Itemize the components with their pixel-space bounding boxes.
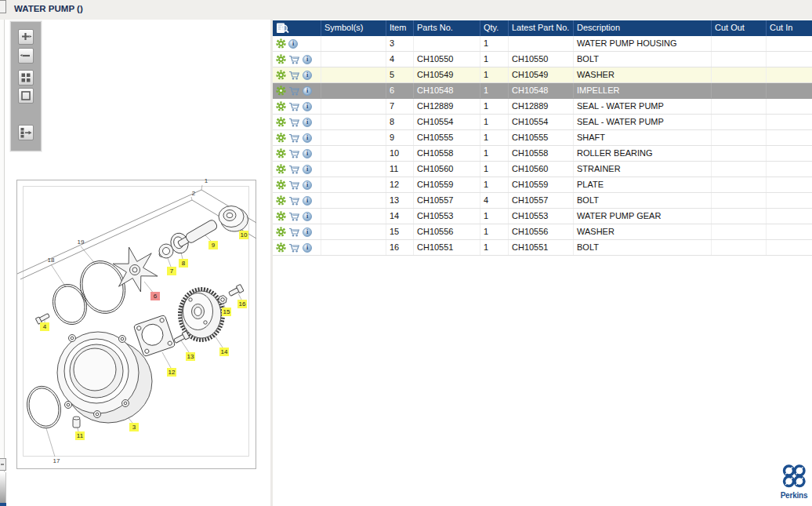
info-icon[interactable]: i <box>303 180 312 190</box>
gear-icon[interactable] <box>276 148 286 158</box>
diagram-label-9[interactable]: 9 <box>208 241 218 249</box>
cell-cut_out <box>712 99 767 114</box>
parts-row-5[interactable]: i5CH105491CH10549WASHER <box>273 67 812 83</box>
cart-icon[interactable] <box>288 196 300 206</box>
column-header-qty[interactable]: Qty. <box>480 20 509 36</box>
parts-row-13[interactable]: i13CH105574CH10557BOLT <box>273 193 812 209</box>
column-header-cut_in[interactable]: Cut In <box>767 20 812 36</box>
info-icon[interactable]: i <box>303 196 312 206</box>
diagram-label-7[interactable]: 7 <box>167 267 176 275</box>
parts-row-15[interactable]: i15CH105561CH10556WASHER <box>273 224 812 240</box>
cart-icon[interactable] <box>288 86 300 96</box>
tile-view-button[interactable] <box>18 70 34 86</box>
gear-icon[interactable] <box>276 195 286 206</box>
diagram-label-16[interactable]: 16 <box>237 300 247 308</box>
gear-icon[interactable] <box>276 70 286 80</box>
gear-icon[interactable] <box>276 180 286 190</box>
parts-row-14[interactable]: i14CH105531CH10553WATER PUMP GEAR <box>273 209 812 224</box>
gear-icon[interactable] <box>276 164 286 174</box>
gear-icon[interactable] <box>276 242 286 253</box>
cart-icon[interactable] <box>288 165 300 174</box>
column-header-latest_part_no[interactable]: Latest Part No. <box>509 20 574 36</box>
cell-parts_no: CH10548 <box>414 83 480 98</box>
info-icon[interactable]: i <box>303 71 312 80</box>
row-actions: i <box>273 193 321 208</box>
diagram-label-11[interactable]: 11 <box>75 431 85 440</box>
row-actions: i <box>273 36 321 51</box>
diagram-label-17: 17 <box>51 457 62 465</box>
cart-icon[interactable] <box>288 212 300 221</box>
diagram-label-10[interactable]: 10 <box>239 231 248 239</box>
info-icon[interactable]: i <box>303 212 312 221</box>
cart-icon[interactable] <box>288 133 300 143</box>
parts-row-8[interactable]: i8CH105541CH10554SEAL - WATER PUMP <box>273 115 812 130</box>
cell-cut_in <box>767 209 812 224</box>
diagram-label-15[interactable]: 15 <box>222 308 231 316</box>
column-header-item[interactable]: Item <box>386 20 414 36</box>
cell-qty: 1 <box>480 146 509 161</box>
gear-icon[interactable] <box>276 117 286 127</box>
cart-icon[interactable] <box>288 149 300 158</box>
info-icon[interactable]: i <box>288 39 298 49</box>
cart-icon[interactable] <box>288 55 300 64</box>
info-icon[interactable]: i <box>303 149 312 158</box>
parts-row-7[interactable]: i7CH128891CH12889SEAL - WATER PUMP <box>273 99 812 115</box>
diagram-label-6[interactable]: 6 <box>150 292 160 300</box>
cell-latest_part_no: CH10548 <box>509 83 574 98</box>
gear-icon[interactable] <box>276 54 286 64</box>
info-icon[interactable]: i <box>303 243 312 253</box>
toggle-panel-button[interactable] <box>18 125 34 140</box>
info-icon[interactable]: i <box>303 165 312 174</box>
zoom-out-button[interactable] <box>18 48 34 64</box>
cell-symbols <box>321 193 386 208</box>
cart-icon[interactable] <box>288 243 300 253</box>
parts-row-9[interactable]: i9CH105551CH10555SHAFT <box>273 130 812 146</box>
gear-icon[interactable] <box>276 211 286 221</box>
full-view-button[interactable] <box>18 88 34 104</box>
column-header-symbols[interactable]: Symbol(s) <box>321 20 386 36</box>
column-header-cut_out[interactable]: Cut Out <box>712 20 767 36</box>
parts-row-16[interactable]: i16CH105511CH10551BOLT <box>273 240 812 256</box>
diagram-label-4[interactable]: 4 <box>40 322 49 331</box>
cell-cut_out <box>712 209 767 224</box>
parts-row-3[interactable]: i31WATER PUMP HOUSING <box>273 36 812 52</box>
info-icon[interactable]: i <box>303 86 312 96</box>
diagram-label-3[interactable]: 3 <box>129 423 139 431</box>
square-icon <box>20 89 32 102</box>
zoom-in-button[interactable] <box>18 29 34 45</box>
parts-row-11[interactable]: i11CH105601CH10560STRAINER <box>273 162 812 177</box>
cell-latest_part_no: CH10559 <box>509 177 574 192</box>
info-icon[interactable]: i <box>303 118 312 127</box>
parts-row-6[interactable]: i6CH105481CH10548IMPELLER <box>273 83 812 99</box>
gear-icon[interactable] <box>276 133 286 143</box>
cart-icon[interactable] <box>288 71 300 80</box>
cell-symbols <box>321 115 386 129</box>
gear-icon[interactable] <box>276 101 286 111</box>
diagram-label-14[interactable]: 14 <box>219 348 229 356</box>
diagram-label-8[interactable]: 8 <box>179 259 188 268</box>
cell-cut_in <box>767 115 812 129</box>
cell-symbols <box>321 99 386 114</box>
cart-icon[interactable] <box>288 180 300 190</box>
cell-parts_no: CH10550 <box>414 52 480 67</box>
parts-row-12[interactable]: i12CH105591CH10559PLATE <box>273 177 812 193</box>
cart-icon[interactable] <box>288 228 300 237</box>
info-icon[interactable]: i <box>303 55 312 64</box>
parts-row-10[interactable]: i10CH105581CH10558ROLLER BEARING <box>273 146 812 162</box>
cart-icon[interactable] <box>288 118 300 127</box>
diagram-label-13[interactable]: 13 <box>186 352 195 361</box>
cart-icon[interactable] <box>288 102 300 111</box>
parts-row-4[interactable]: i4CH105501CH10550BOLT <box>273 52 812 67</box>
column-header-icons[interactable] <box>273 20 321 36</box>
info-icon[interactable]: i <box>303 102 312 111</box>
collapse-panel-button[interactable] <box>0 0 6 13</box>
column-header-description[interactable]: Description <box>574 20 712 36</box>
diagram-label-12[interactable]: 12 <box>167 368 176 377</box>
gear-icon[interactable] <box>276 86 286 96</box>
info-icon[interactable]: i <box>303 228 312 237</box>
gear-icon[interactable] <box>276 227 286 237</box>
column-header-parts_no[interactable]: Parts No. <box>414 20 480 36</box>
gear-icon[interactable] <box>276 38 286 49</box>
info-icon[interactable]: i <box>303 133 312 143</box>
cell-latest_part_no: CH10553 <box>509 209 574 224</box>
